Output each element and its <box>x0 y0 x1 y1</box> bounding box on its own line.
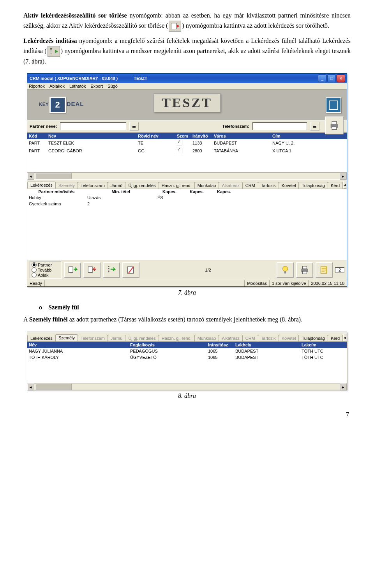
checkbox[interactable] <box>177 148 182 153</box>
tab-tulajdons-g[interactable]: Tulajdonság <box>298 335 328 341</box>
radio-partner[interactable]: Partner <box>32 262 59 267</box>
tab-j-rm-[interactable]: Jármű <box>108 182 126 189</box>
menu-item[interactable]: Riportok <box>29 84 45 88</box>
figure-8-caption: 8. ábra <box>23 392 351 399</box>
tab--j-gj-rendel-s[interactable]: Új gj. rendelés <box>125 335 159 341</box>
tab-haszn-gj-rend-[interactable]: Haszn. gj. rend. <box>159 182 195 189</box>
tab-szem-ly[interactable]: Személy <box>55 182 78 189</box>
idea-button[interactable] <box>277 262 294 278</box>
print-button[interactable] <box>325 117 344 134</box>
tab-tartozik[interactable]: Tartozik <box>258 335 279 341</box>
table-row[interactable]: Gyerekek száma 2 <box>27 201 347 207</box>
scroll-left-icon[interactable]: ◂ <box>27 383 34 390</box>
page-indicator: 1/2 <box>142 268 274 272</box>
scroll-right-icon[interactable]: ▸ <box>340 173 347 180</box>
tab-k-rd[interactable]: Kérd <box>328 182 343 189</box>
window-maximize-button[interactable]: □ <box>327 74 336 82</box>
scope-radio-group: Partner Tovább Ablak <box>30 261 62 279</box>
notes-button[interactable] <box>316 262 333 278</box>
tab-j-rm-[interactable]: Jármű <box>108 335 126 341</box>
col-varos[interactable]: Város <box>212 133 271 139</box>
run-query-button[interactable] <box>103 262 120 278</box>
tab-k-vetel[interactable]: Követel <box>279 335 299 341</box>
col-foglalkozas[interactable]: Foglalkozás <box>129 342 206 348</box>
tab-scroll-arrow[interactable]: ◂ <box>343 334 346 341</box>
col-iranyitoszam[interactable]: Irányítósz <box>206 342 234 348</box>
print-list-button[interactable] <box>296 262 313 278</box>
partner-grid-wrapper: Kód Név Rövid név Szem Irányító Város Cí… <box>27 132 347 179</box>
menu-item[interactable]: Súgó <box>108 84 118 88</box>
radio-tovabb[interactable]: Tovább <box>32 267 59 272</box>
szemely-grid-hscroll[interactable]: ◂ ▸ <box>27 383 347 390</box>
szemely-grid-body[interactable]: NAGY JÚLIANNA PEDAGÓGUS 1065 BUDAPEST TÓ… <box>27 348 347 383</box>
tab--j-gj-rendel-s[interactable]: Új gj. rendelés <box>125 182 159 189</box>
scroll-left-icon[interactable]: ◂ <box>27 173 34 180</box>
tab-crm[interactable]: CRM <box>242 182 258 189</box>
window-minimize-button[interactable]: _ <box>318 74 326 82</box>
table-row[interactable]: TÓTH KÁROLY ÜGYVEZETŐ 1065 BUDAPEST TÓTH… <box>27 354 347 360</box>
tab-scroll-arrow[interactable]: ◂ <box>343 181 346 189</box>
col-rovid[interactable]: Rövid név <box>136 133 175 139</box>
bullet-marker: o <box>39 304 42 311</box>
tab-k-rd[interactable]: Kérd <box>328 335 343 341</box>
col-szem[interactable]: Szem <box>175 133 191 139</box>
tab-szem-ly[interactable]: Személy <box>55 334 78 341</box>
tab-munkalap[interactable]: Munkalap <box>194 182 219 189</box>
col-lakcim[interactable]: Lakcím <box>300 342 347 348</box>
partner-grid-hscroll[interactable]: ◂ ▸ <box>27 172 347 179</box>
checkbox[interactable] <box>177 140 182 145</box>
col-nev[interactable]: Név <box>47 133 136 139</box>
sub-col-kapcs3[interactable]: Kapcs. <box>210 189 238 194</box>
tab-k-vetel[interactable]: Követel <box>279 182 299 189</box>
tab-munkalap[interactable]: Munkalap <box>194 335 219 341</box>
sub-col-tetel[interactable]: Min. tétel <box>86 189 156 194</box>
status-time: 2006.02.15 11:10 <box>309 280 347 286</box>
partner-lookup-button[interactable]: ☰ <box>129 122 139 131</box>
table-row[interactable]: PART TESZT ELEK TE 1133 BUDAPEST NAGY U.… <box>27 139 347 147</box>
menu-item[interactable]: Export <box>90 84 103 88</box>
tab-tulajdons-g[interactable]: Tulajdonság <box>298 182 328 189</box>
scroll-thumb[interactable] <box>36 384 72 390</box>
app-window: CRM modul ( XDPGENCRMDIARY - 03.048 ) TE… <box>27 73 347 287</box>
delete-query-row-button[interactable] <box>83 262 101 278</box>
table-row[interactable]: Hobby Utazás ÉS <box>27 194 347 201</box>
banner-report-icon[interactable] <box>326 97 341 113</box>
tab-alkatr-sz[interactable]: Alkatrész <box>219 182 242 189</box>
tab-telefonsz-m[interactable]: Telefonszám <box>78 335 108 341</box>
window-close-button[interactable]: × <box>337 74 345 82</box>
tab-alkatr-sz[interactable]: Alkatrész <box>219 335 242 341</box>
phone-lookup-button[interactable]: ☰ <box>310 122 319 131</box>
tab-crm[interactable]: CRM <box>242 335 258 341</box>
sub-col-kapcs1[interactable]: Kapcs. <box>156 189 183 194</box>
brand-key: KEY <box>39 102 49 107</box>
col-iranyito[interactable]: Irányító <box>191 133 212 139</box>
col-kod[interactable]: Kód <box>27 133 47 139</box>
query-subgrid-body[interactable]: Hobby Utazás ÉS Gyerekek száma 2 <box>27 194 347 260</box>
add-query-row-button[interactable] <box>64 262 81 278</box>
status-mode: Módosítás <box>245 280 270 286</box>
table-row[interactable]: PART GEORGI GÁBOR GG 2800 TATABÁNYA X UT… <box>27 147 347 155</box>
col-nev[interactable]: Név <box>27 342 129 348</box>
tab-telefonsz-m[interactable]: Telefonszám <box>78 182 108 189</box>
sub-col-kapcs2[interactable]: Kapcs. <box>183 189 210 194</box>
tab-haszn-gj-rend-[interactable]: Haszn. gj. rend. <box>159 335 195 341</box>
phone-input[interactable] <box>252 122 307 130</box>
window-titlebar[interactable]: CRM modul ( XDPGENCRMDIARY - 03.048 ) TE… <box>27 74 347 83</box>
partner-grid-body[interactable]: PART TESZT ELEK TE 1133 BUDAPEST NAGY U.… <box>27 139 347 172</box>
detail-tabs: LekérdezésSzemélyTelefonszámJárműÚj gj. … <box>27 179 347 189</box>
clear-query-button[interactable] <box>122 262 139 278</box>
radio-ablak[interactable]: Ablak <box>32 272 59 277</box>
banner: KEY2DEAL TESZT <box>27 90 347 120</box>
menu-item[interactable]: Ablakok <box>49 84 65 88</box>
sub-col-minosites[interactable]: Partner minősítés <box>27 189 86 194</box>
tab-lek-rdez-s[interactable]: Lekérdezés <box>27 335 56 341</box>
tab-tartozik[interactable]: Tartozik <box>258 182 279 189</box>
scroll-right-icon[interactable]: ▸ <box>340 383 347 390</box>
menu-item[interactable]: Láthatók <box>69 84 86 88</box>
table-row[interactable]: NAGY JÚLIANNA PEDAGÓGUS 1065 BUDAPEST TÓ… <box>27 348 347 354</box>
status-selection: 1 sor van kijelölve <box>270 280 309 286</box>
partner-name-input[interactable] <box>60 122 126 130</box>
scroll-thumb[interactable] <box>36 173 72 179</box>
tab-lek-rdez-s[interactable]: Lekérdezés <box>27 182 56 189</box>
col-lakhely[interactable]: Lakhely <box>234 342 300 348</box>
